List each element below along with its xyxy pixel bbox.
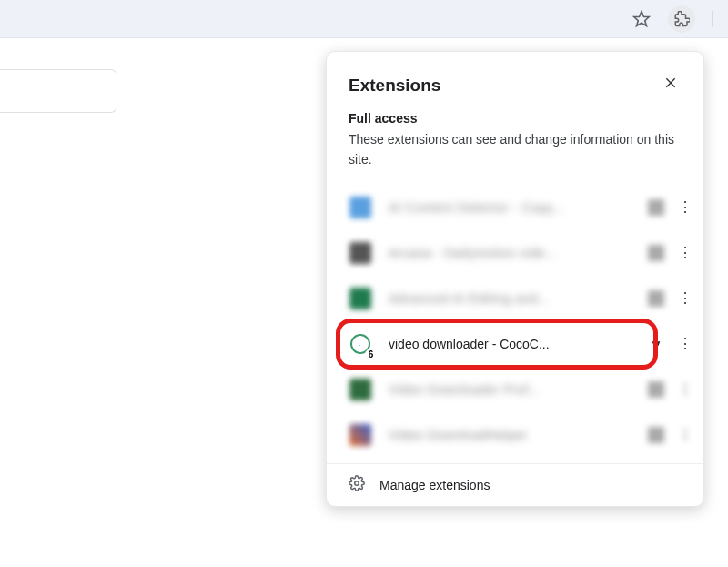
access-section-title: Full access: [349, 111, 682, 126]
extension-name: Video Downloader Prof...: [389, 382, 638, 397]
badge-count: 6: [365, 349, 377, 360]
extension-name: Video DownloadHelper: [389, 428, 638, 442]
close-icon[interactable]: [660, 72, 682, 98]
extension-row[interactable]: Video Downloader Prof... ⋮: [327, 367, 703, 412]
extension-row-highlighted[interactable]: 6 video downloader - CocoC... ⋮: [327, 321, 703, 367]
pin-icon[interactable]: [645, 288, 667, 309]
popup-title: Extensions: [349, 76, 440, 96]
popup-header: Extensions: [327, 52, 703, 111]
more-icon[interactable]: ⋮: [674, 197, 696, 218]
divider: [712, 11, 713, 27]
pin-icon[interactable]: [645, 424, 667, 446]
more-icon[interactable]: ⋮: [674, 333, 696, 355]
extension-icon: [349, 287, 372, 310]
more-icon[interactable]: ⋮: [674, 288, 696, 309]
bookmark-star-icon[interactable]: [628, 5, 655, 33]
browser-toolbar: [0, 0, 728, 38]
extensions-popup: Extensions Full access These extensions …: [326, 51, 704, 507]
extensions-list: AI Content Detector - Copy... ⋮ Arcana -…: [327, 179, 703, 463]
extension-name: Arcana - Dailymotion vide...: [389, 246, 638, 260]
extension-icon: [349, 241, 372, 265]
gear-icon: [349, 475, 365, 495]
toolbar-icons: [628, 5, 713, 33]
pin-icon[interactable]: [645, 197, 667, 218]
extension-icon: [349, 196, 372, 219]
extension-name: video downloader - CocoC...: [389, 337, 638, 351]
extension-row[interactable]: AI Content Detector - Copy... ⋮: [327, 185, 703, 230]
extension-icon: [349, 378, 372, 401]
pin-icon[interactable]: [645, 333, 667, 355]
more-icon[interactable]: ⋮: [674, 424, 696, 446]
extension-icon: 6: [349, 332, 372, 356]
more-icon[interactable]: ⋮: [674, 242, 696, 264]
more-icon[interactable]: ⋮: [674, 379, 696, 400]
extension-name: AI Content Detector - Copy...: [389, 200, 638, 215]
manage-extensions-button[interactable]: Manage extensions: [327, 463, 703, 506]
access-section-desc: These extensions can see and change info…: [349, 129, 682, 170]
svg-marker-0: [634, 12, 650, 26]
pin-icon[interactable]: [645, 242, 667, 264]
pin-icon[interactable]: [645, 379, 667, 400]
extension-row[interactable]: Advanced AI Editing and... ⋮: [327, 276, 703, 321]
extension-row[interactable]: Video DownloadHelper ⋮: [327, 412, 703, 458]
svg-point-3: [355, 481, 359, 486]
extensions-puzzle-icon[interactable]: [668, 5, 695, 33]
access-section: Full access These extensions can see and…: [327, 111, 703, 179]
extension-row[interactable]: Arcana - Dailymotion vide... ⋮: [327, 230, 703, 276]
manage-extensions-label: Manage extensions: [379, 478, 490, 492]
page-panel-fragment: [0, 69, 116, 113]
extension-name: Advanced AI Editing and...: [389, 291, 638, 306]
extension-icon: [349, 423, 372, 447]
